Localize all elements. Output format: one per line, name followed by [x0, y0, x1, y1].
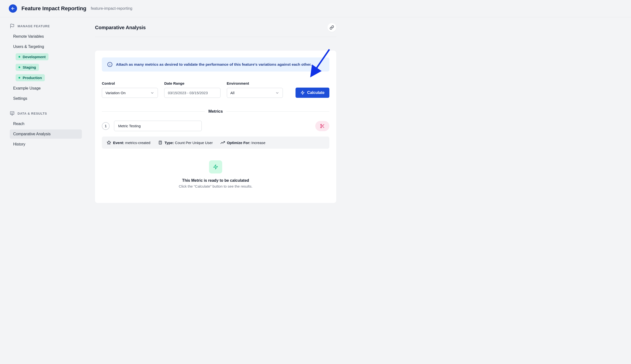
empty-state-icon-box [209, 160, 222, 174]
sidebar-section-label: Data & Results [18, 112, 47, 115]
environment-select[interactable]: All [227, 88, 283, 98]
nav-remote-variables[interactable]: Remote Variables [10, 32, 82, 41]
calculator-icon [158, 140, 162, 145]
trending-up-icon [221, 140, 225, 145]
date-range-value: 03/15/2023 - 03/15/2023 [168, 91, 207, 95]
metric-number-badge: 1 [102, 122, 110, 130]
event-value: metrics-created [125, 141, 150, 145]
sidebar-section-manage: Manage Feature [10, 24, 82, 28]
metric-type: Type: Count Per Unique User [158, 140, 213, 145]
nav-reach[interactable]: Reach [10, 119, 82, 128]
feature-title: Feature Impact Reporting [22, 5, 86, 12]
event-label: Event: [113, 141, 124, 145]
environment-value: All [231, 91, 235, 95]
nav-settings[interactable]: Settings [10, 94, 82, 103]
sidebar-section-label: Manage Feature [18, 24, 50, 28]
bolt-icon [300, 90, 305, 95]
empty-state: This Metric is ready to be calculated Cl… [102, 160, 329, 188]
feature-slug: feature-impact-reporting [91, 6, 132, 11]
optimize-value: Increase [252, 141, 266, 145]
svg-line-13 [323, 126, 324, 128]
metric-name-select[interactable]: Metric Testing [114, 121, 202, 131]
calculate-button[interactable]: Calculate [296, 88, 329, 98]
link-icon [330, 25, 334, 30]
sidebar: Manage Feature Remote Variables Users & … [0, 17, 88, 218]
chevron-down-icon [275, 91, 279, 95]
nav-example-usage[interactable]: Example Usage [10, 84, 82, 93]
env-production[interactable]: Production [16, 74, 45, 81]
status-dot-icon [19, 66, 20, 68]
page-title: Comparative Analysis [95, 25, 146, 30]
main-content: Comparative Analysis Attach as many metr… [88, 17, 346, 218]
delete-metric-button[interactable] [315, 121, 329, 131]
metric-event: Event: metrics-created [107, 140, 150, 145]
scissors-icon [320, 124, 325, 128]
environment-label: Environment [227, 81, 283, 86]
nav-users-targeting[interactable]: Users & Targeting [10, 42, 82, 51]
status-dot-icon [19, 56, 20, 58]
empty-state-title: This Metric is ready to be calculated [182, 178, 249, 183]
optimize-label: Optimize For: [227, 141, 251, 145]
presentation-icon [10, 111, 15, 116]
sidebar-section-data: Data & Results [10, 111, 82, 116]
nav-history[interactable]: History [10, 140, 82, 149]
metric-details-bar: Event: metrics-created Type: Count Per U… [102, 136, 329, 149]
metric-name-value: Metric Testing [118, 124, 141, 128]
control-value: Variation On [105, 91, 125, 95]
info-banner: Attach as many metrics as desired to val… [102, 58, 329, 72]
type-label: Type: [164, 141, 174, 145]
svg-marker-24 [214, 165, 218, 169]
calculate-label: Calculate [307, 90, 325, 95]
control-select[interactable]: Variation On [102, 88, 158, 98]
bolt-icon [213, 164, 218, 170]
metric-optimize: Optimize For: Increase [221, 140, 265, 145]
empty-state-subtitle: Click the “Calculate” button to see the … [179, 184, 253, 188]
chevron-down-icon [150, 91, 154, 95]
status-dot-icon [19, 77, 20, 78]
divider [226, 112, 329, 112]
info-icon [107, 62, 113, 67]
arrow-left-icon [11, 6, 15, 11]
env-label: Production [23, 76, 42, 80]
env-staging[interactable]: Staging [16, 64, 39, 71]
svg-marker-15 [107, 141, 111, 144]
flag-icon [10, 24, 15, 28]
divider [102, 112, 205, 112]
type-value: Count Per Unique User [175, 141, 213, 145]
copy-link-button[interactable] [327, 23, 336, 32]
info-text: Attach as many metrics as desired to val… [116, 62, 312, 67]
nav-comparative-analysis[interactable]: Comparative Analysis [10, 130, 82, 139]
star-icon [107, 140, 111, 145]
date-range-input[interactable]: 03/15/2023 - 03/15/2023 [164, 88, 220, 98]
metric-row: 1 Metric Testing [102, 121, 329, 131]
back-button[interactable] [9, 4, 17, 13]
svg-marker-9 [301, 91, 304, 95]
metrics-heading: Metrics [205, 109, 226, 114]
date-range-label: Date Range [164, 81, 220, 86]
env-development[interactable]: Development [16, 53, 49, 60]
env-label: Staging [23, 65, 36, 69]
svg-line-14 [322, 125, 322, 126]
control-label: Control [102, 81, 158, 86]
analysis-card: Attach as many metrics as desired to val… [95, 50, 336, 203]
env-label: Development [23, 55, 46, 59]
page-header: Feature Impact Reporting feature-impact-… [0, 0, 631, 17]
